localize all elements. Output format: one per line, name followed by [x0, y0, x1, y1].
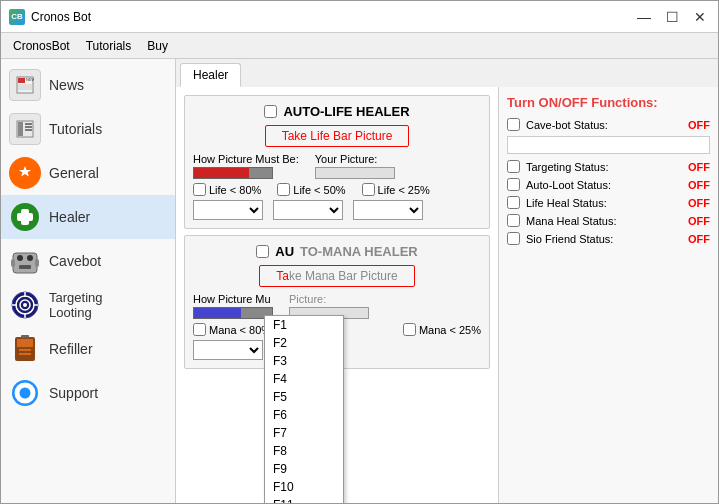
content-area: NEWS News [1, 59, 718, 503]
fkey-f8[interactable]: F8 [265, 442, 343, 460]
sidebar-item-tutorials[interactable]: Tutorials [1, 107, 175, 151]
lifeheal-status-value: OFF [688, 197, 710, 209]
svg-rect-19 [11, 259, 15, 267]
fkey-f2[interactable]: F2 [265, 334, 343, 352]
svg-point-16 [17, 255, 23, 261]
life-key-select-3[interactable] [353, 200, 423, 220]
mana-key-select-1[interactable] [193, 340, 263, 360]
mana-healer-title: AU [275, 244, 294, 259]
fkey-f11[interactable]: F11 [265, 496, 343, 503]
fkey-f1[interactable]: F1 [265, 316, 343, 334]
lifeheal-status-label: Life Heal Status: [526, 197, 682, 209]
sidebar-label-news: News [49, 77, 84, 93]
mana-healer-title-row: AU TO-MANA HEALER [193, 244, 481, 259]
fkey-f9[interactable]: F9 [265, 460, 343, 478]
sidebar-item-targeting[interactable]: TargetingLooting [1, 283, 175, 327]
life-dropdowns-row [193, 200, 481, 220]
window-controls: — ☐ ✕ [634, 7, 710, 27]
targeting-icon [9, 289, 41, 321]
autoloot-status-value: OFF [688, 179, 710, 191]
life-key-select-2[interactable] [273, 200, 343, 220]
fkey-dropdown[interactable]: F1 F2 F3 F4 F5 F6 F7 F8 F9 F10 F11 F12 [264, 315, 344, 503]
life-check-25[interactable]: Life < 25% [362, 183, 430, 196]
your-picture-box-life [315, 167, 395, 179]
lifeheal-status-row: Life Heal Status: OFF [507, 196, 710, 209]
svg-point-36 [22, 390, 28, 396]
maximize-button[interactable]: ☐ [662, 7, 682, 27]
svg-text:NEWS: NEWS [26, 77, 34, 82]
sidebar-item-refiller[interactable]: Refiller [1, 327, 175, 371]
how-picture-mana-label: How Picture Mu [193, 293, 273, 305]
sidebar-item-cavebot[interactable]: Cavebot [1, 239, 175, 283]
cave-bot-status-value: OFF [688, 119, 710, 131]
life-check-50[interactable]: Life < 50% [277, 183, 345, 196]
autoloot-status-label: Auto-Loot Status: [526, 179, 682, 191]
manaheal-checkbox[interactable] [507, 214, 520, 227]
fkey-f6[interactable]: F6 [265, 406, 343, 424]
sidebar-item-healer[interactable]: Healer [1, 195, 175, 239]
sidebar-item-news[interactable]: NEWS News [1, 63, 175, 107]
cave-bot-input[interactable]: Cave-Bot: Off [507, 136, 710, 154]
autoloot-checkbox[interactable] [507, 178, 520, 191]
fkey-f10[interactable]: F10 [265, 478, 343, 496]
your-picture-label: Your Picture: [315, 153, 395, 165]
svg-rect-14 [17, 213, 33, 221]
cave-bot-status-label: Cave-bot Status: [526, 119, 682, 131]
menu-cronosbot[interactable]: CronosBot [5, 36, 78, 56]
svg-rect-1 [18, 78, 25, 83]
manaheal-status-label: Mana Heal Status: [526, 215, 682, 227]
life-check-row: Life < 80% Life < 50% Life < 25% [193, 183, 481, 196]
cavebot-icon [9, 245, 41, 277]
manaheal-status-row: Mana Heal Status: OFF [507, 214, 710, 227]
cave-bot-checkbox[interactable] [507, 118, 520, 131]
targeting-checkbox[interactable] [507, 160, 520, 173]
menu-buy[interactable]: Buy [139, 36, 176, 56]
your-picture-life: Your Picture: [315, 153, 395, 179]
healer-panel: AUTO-LIFE HEALER Take Life Bar Picture H… [176, 87, 498, 503]
life-healer-title: AUTO-LIFE HEALER [283, 104, 409, 119]
sidebar-label-support: Support [49, 385, 98, 401]
minimize-button[interactable]: — [634, 7, 654, 27]
main-window: CB Cronos Bot — ☐ ✕ CronosBot Tutorials … [0, 0, 719, 504]
svg-rect-30 [17, 339, 33, 347]
fkey-f7[interactable]: F7 [265, 424, 343, 442]
tab-healer[interactable]: Healer [180, 63, 241, 87]
how-picture-mana: How Picture Mu [193, 293, 273, 319]
mana-healer-checkbox[interactable] [256, 245, 269, 258]
fkey-f3[interactable]: F3 [265, 352, 343, 370]
mana-check-25[interactable]: Mana < 25% [403, 323, 481, 336]
window-title: Cronos Bot [31, 10, 634, 24]
fkey-f5[interactable]: F5 [265, 388, 343, 406]
targeting-status-row: Targeting Status: OFF [507, 160, 710, 173]
take-mana-pic-button[interactable]: Take Mana Bar Picture [259, 265, 414, 287]
siofriend-status-row: Sio Friend Status: OFF [507, 232, 710, 245]
take-life-pic-button[interactable]: Take Life Bar Picture [265, 125, 410, 147]
svg-rect-33 [21, 335, 29, 338]
fkey-f4[interactable]: F4 [265, 370, 343, 388]
mana-healer-title-partial: TO-MANA HEALER [300, 244, 418, 259]
sidebar-item-support[interactable]: Support [1, 371, 175, 415]
sidebar-label-tutorials: Tutorials [49, 121, 102, 137]
mana-check-80[interactable]: Mana < 80% [193, 323, 271, 336]
life-healer-section: AUTO-LIFE HEALER Take Life Bar Picture H… [184, 95, 490, 229]
how-picture-life: How Picture Must Be: [193, 153, 299, 179]
lifeheal-checkbox[interactable] [507, 196, 520, 209]
life-key-select-1[interactable] [193, 200, 263, 220]
tab-bar: Healer [176, 59, 718, 87]
svg-point-17 [27, 255, 33, 261]
life-check-80[interactable]: Life < 80% [193, 183, 261, 196]
app-icon: CB [9, 9, 25, 25]
close-button[interactable]: ✕ [690, 7, 710, 27]
news-icon: NEWS [9, 69, 41, 101]
general-icon [9, 157, 41, 189]
menu-tutorials[interactable]: Tutorials [78, 36, 140, 56]
siofriend-checkbox[interactable] [507, 232, 520, 245]
life-healer-checkbox[interactable] [264, 105, 277, 118]
sidebar-item-general[interactable]: General [1, 151, 175, 195]
main-content: Healer AUTO-LIFE HEALER Take Life Bar Pi… [176, 59, 718, 503]
svg-rect-20 [35, 259, 39, 267]
right-panel: Turn ON/OFF Functions: Cave-bot Status: … [498, 87, 718, 503]
svg-point-24 [23, 303, 27, 307]
panel-area: AUTO-LIFE HEALER Take Life Bar Picture H… [176, 87, 718, 503]
targeting-status-value: OFF [688, 161, 710, 173]
